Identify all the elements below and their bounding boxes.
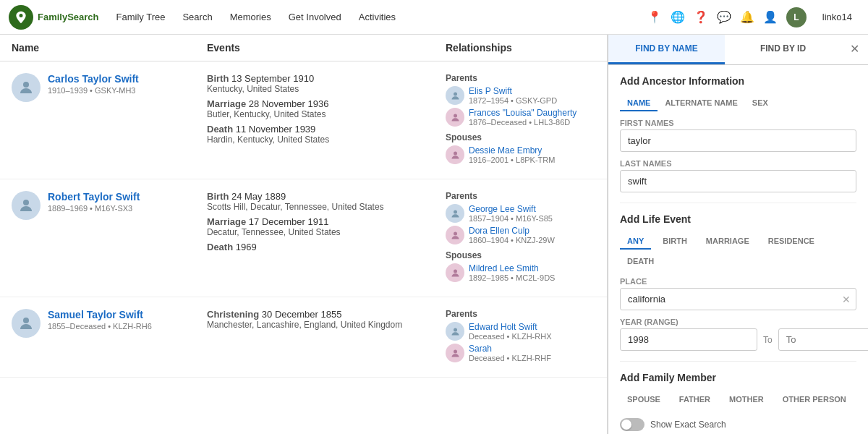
nav-get-involved[interactable]: Get Involved xyxy=(281,7,349,27)
rel-name[interactable]: Dessie Mae Embry xyxy=(469,145,555,156)
location-icon[interactable]: 📍 xyxy=(647,10,662,24)
last-names-label: Last Names xyxy=(620,159,856,168)
rel-meta: 1892–1985 • MC2L-9DS xyxy=(469,273,555,282)
col-name: Name xyxy=(12,42,207,54)
event-row: Christening 30 December 1855Manchester, … xyxy=(207,309,446,330)
parents-title: Parents xyxy=(446,73,595,83)
life-tab-birth[interactable]: BIRTH xyxy=(655,234,694,250)
event-row: Death 1969 xyxy=(207,242,446,252)
last-names-input[interactable] xyxy=(620,170,856,192)
person-name[interactable]: Carlos Taylor Swift xyxy=(48,73,139,85)
panel-tabs: FIND BY NAME FIND BY ID ✕ xyxy=(608,35,868,65)
year-from-input[interactable] xyxy=(620,328,757,351)
user-icon[interactable]: 👤 xyxy=(763,10,778,24)
rel-name[interactable]: Frances "Louisa" Daugherty xyxy=(469,108,576,118)
event-date: 24 May 1889 xyxy=(231,191,286,202)
family-tab-mother[interactable]: MOTHER xyxy=(722,392,771,408)
rel-meta: Deceased • KLZH-RHF xyxy=(469,354,551,362)
event-row: Birth 24 May 1889Scotts Hill, Decatur, T… xyxy=(207,191,446,212)
rel-avatar xyxy=(446,322,464,341)
person-cell: Robert Taylor Swift 1889–1969 • M16Y-SX3 xyxy=(12,191,207,220)
person-meta: 1910–1939 • GSKY-MH3 xyxy=(48,86,139,95)
name-tab-name[interactable]: NAME xyxy=(620,95,658,111)
divider-1 xyxy=(620,203,856,203)
event-type: Death xyxy=(207,242,233,252)
event-type: Birth xyxy=(207,191,229,202)
life-tab-any[interactable]: ANY xyxy=(620,234,651,250)
name-tab-alternate[interactable]: ALTERNATE NAME xyxy=(658,95,744,111)
rel-name[interactable]: Elis P Swift xyxy=(469,86,557,96)
person-name[interactable]: Samuel Taylor Swift xyxy=(48,309,152,320)
list-item: Frances "Louisa" Daugherty 1876–Deceased… xyxy=(446,108,595,127)
person-name[interactable]: Robert Taylor Swift xyxy=(48,191,140,203)
rel-name[interactable]: Dora Ellen Culp xyxy=(469,226,555,236)
section-ancestor-title: Add Ancestor Information xyxy=(620,75,856,87)
svg-point-9 xyxy=(454,328,457,331)
svg-point-0 xyxy=(23,82,29,88)
event-type: Christening xyxy=(207,309,259,320)
globe-icon[interactable]: 🌐 xyxy=(671,10,685,24)
year-label: Year (Range) xyxy=(620,318,856,326)
place-clear-button[interactable]: ✕ xyxy=(842,294,851,305)
nav-memories[interactable]: Memories xyxy=(223,7,278,27)
tab-find-by-id[interactable]: FIND BY ID xyxy=(725,35,841,64)
events-cell: Birth 24 May 1889Scotts Hill, Decatur, T… xyxy=(207,191,446,257)
nav-activities[interactable]: Activities xyxy=(352,7,403,27)
rel-info: Sarah Deceased • KLZH-RHF xyxy=(469,344,551,362)
rel-avatar xyxy=(446,226,464,244)
rel-meta: 1916–2001 • L8PK-TRM xyxy=(469,156,555,164)
event-date: 17 December 1911 xyxy=(249,216,329,227)
person-meta: 1855–Deceased • KLZH-RH6 xyxy=(48,322,152,331)
list-item: Dora Ellen Culp 1860–1904 • KNZJ-29W xyxy=(446,226,595,244)
toggle-thumb xyxy=(621,420,631,430)
list-item: George Lee Swift 1857–1904 • M16Y-S85 xyxy=(446,204,595,223)
event-date: 30 December 1855 xyxy=(262,309,342,320)
user-badge[interactable]: L xyxy=(786,7,807,27)
rel-name[interactable]: Edward Holt Swift xyxy=(469,322,552,332)
show-exact-toggle[interactable] xyxy=(620,418,644,431)
name-tab-sex[interactable]: SEX xyxy=(745,95,775,111)
family-tab-other[interactable]: OTHER PERSON xyxy=(775,392,854,408)
nav-search[interactable]: Search xyxy=(175,7,219,27)
nav-family-tree[interactable]: Family Tree xyxy=(109,7,173,27)
event-date: 13 September 1910 xyxy=(231,73,314,84)
life-tab-death[interactable]: DEATH xyxy=(620,254,661,270)
rel-meta: 1857–1904 • M16Y-S85 xyxy=(469,214,553,223)
parents-title: Parents xyxy=(446,309,595,319)
help-icon[interactable]: ❓ xyxy=(694,10,708,24)
panel-close-button[interactable]: ✕ xyxy=(841,35,868,64)
year-to-input[interactable] xyxy=(778,328,868,351)
first-names-input[interactable] xyxy=(620,129,856,152)
list-item: Edward Holt Swift Deceased • KLZH-RHX xyxy=(446,322,595,341)
table-row: Carlos Taylor Swift 1910–1939 • GSKY-MH3… xyxy=(0,61,607,179)
logo[interactable]: FamilySearch xyxy=(9,5,99,30)
rel-avatar xyxy=(446,108,464,127)
rel-info: George Lee Swift 1857–1904 • M16Y-S85 xyxy=(469,204,553,223)
first-names-label: First Names xyxy=(620,119,856,127)
results-container: Carlos Taylor Swift 1910–1939 • GSKY-MH3… xyxy=(0,61,607,378)
bell-icon[interactable]: 🔔 xyxy=(740,10,754,24)
rel-name[interactable]: Sarah xyxy=(469,344,551,354)
life-tab-marriage[interactable]: MARRIAGE xyxy=(699,234,757,250)
rel-name[interactable]: George Lee Swift xyxy=(469,204,553,214)
life-tab-residence[interactable]: RESIDENCE xyxy=(761,234,822,250)
event-type: Birth xyxy=(207,73,229,84)
svg-point-7 xyxy=(454,269,457,273)
place-input[interactable] xyxy=(620,288,856,310)
family-tab-father[interactable]: FATHER xyxy=(672,392,718,408)
chat-icon[interactable]: 💬 xyxy=(717,10,731,24)
results-panel: Name Events Relationships Carlos Taylor … xyxy=(0,35,608,434)
svg-point-10 xyxy=(454,349,457,353)
svg-point-4 xyxy=(23,200,29,205)
panel-content: Add Ancestor Information NAME ALTERNATE … xyxy=(608,65,868,434)
rel-info: Edward Holt Swift Deceased • KLZH-RHX xyxy=(469,322,552,341)
svg-point-3 xyxy=(454,151,457,155)
family-tab-spouse[interactable]: SPOUSE xyxy=(620,392,668,408)
name-tabs: NAME ALTERNATE NAME SEX xyxy=(620,95,856,111)
username[interactable]: linko14 xyxy=(815,7,859,27)
tab-find-by-name[interactable]: FIND BY NAME xyxy=(608,35,725,64)
list-item: Elis P Swift 1872–1954 • GSKY-GPD xyxy=(446,86,595,105)
rel-name[interactable]: Mildred Lee Smith xyxy=(469,263,555,273)
events-cell: Birth 13 September 1910Kentucky, United … xyxy=(207,73,446,149)
event-place: Butler, Kentucky, United States xyxy=(207,109,446,119)
